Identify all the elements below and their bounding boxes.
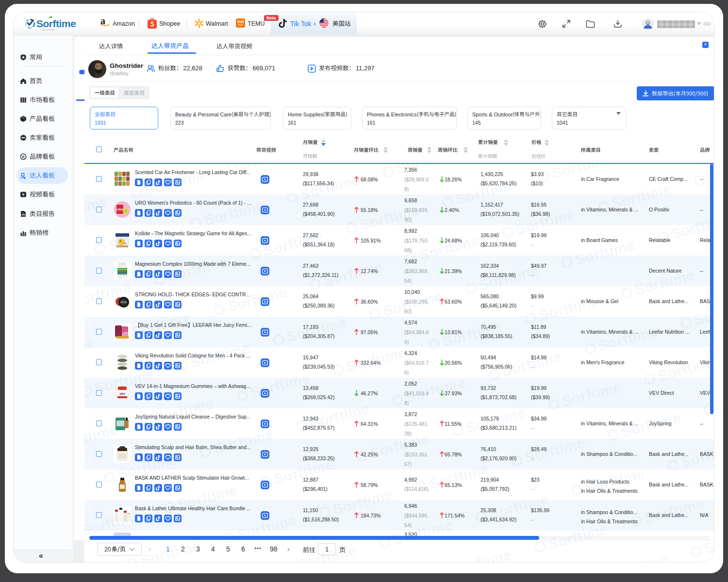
- svg-text:EDGE: EDGE: [121, 301, 127, 304]
- svg-text:URO: URO: [116, 208, 123, 211]
- svg-text:R: R: [22, 155, 25, 159]
- svg-text:VEV: VEV: [119, 392, 125, 395]
